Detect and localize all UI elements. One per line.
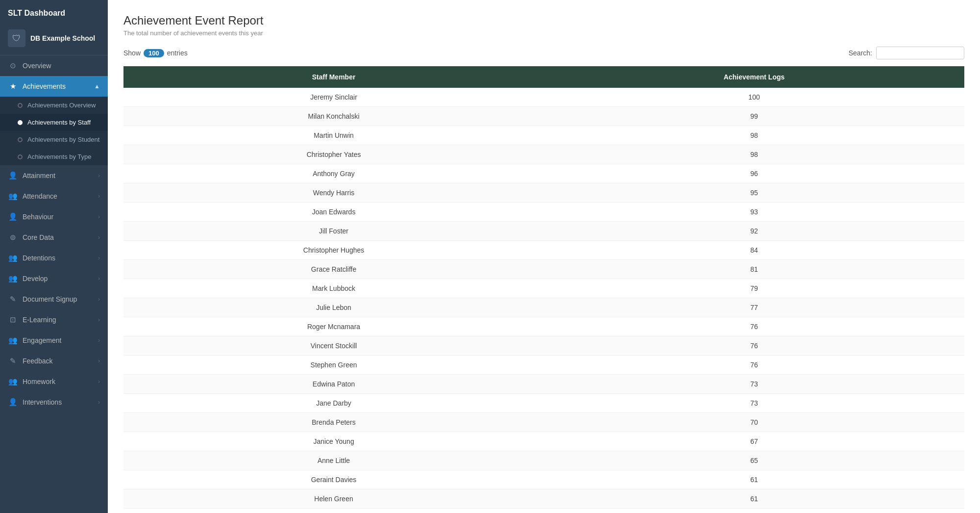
table-row: Christopher Hughes84 (123, 241, 964, 260)
cell-staff-name: Jeremy Sinclair (123, 88, 544, 107)
table-row: Wendy Harris95 (123, 183, 964, 203)
sidebar-label-homework: Homework (23, 378, 55, 385)
sidebar-label-core-data: Core Data (23, 233, 54, 241)
main-content: Achievement Event Report The total numbe… (108, 0, 980, 513)
table-row: Jane Darby73 (123, 394, 964, 413)
sidebar-item-engagement[interactable]: 👥 Engagement › (0, 330, 108, 351)
develop-chevron: › (98, 275, 100, 282)
sidebar-item-attainment[interactable]: 👤 Attainment › (0, 165, 108, 186)
sidebar-item-homework[interactable]: 👥 Homework › (0, 371, 108, 392)
homework-icon: 👥 (8, 377, 18, 386)
cell-achievement-logs: 77 (544, 298, 964, 317)
table-row: Roger Mcnamara76 (123, 317, 964, 336)
detentions-icon: 👥 (8, 253, 18, 263)
cell-achievement-logs: 98 (544, 145, 964, 164)
subnav-achievements-overview[interactable]: Achievements Overview (0, 97, 108, 114)
sidebar-item-interventions[interactable]: 👤 Interventions › (0, 392, 108, 412)
subnav-label-overview: Achievements Overview (27, 102, 96, 109)
sidebar-item-behaviour[interactable]: 👤 Behaviour › (0, 206, 108, 227)
homework-chevron: › (98, 378, 100, 385)
cell-achievement-logs: 73 (544, 375, 964, 394)
cell-staff-name: Edwina Paton (123, 375, 544, 394)
sidebar-label-behaviour: Behaviour (23, 213, 53, 221)
table-row: Milan Konchalski99 (123, 107, 964, 126)
sidebar-label-document-signup: Document Signup (23, 295, 77, 303)
subnav-achievements-by-staff[interactable]: Achievements by Staff (0, 114, 108, 131)
cell-staff-name: Jill Foster (123, 222, 544, 241)
cell-staff-name: Brenda Peters (123, 413, 544, 432)
document-signup-chevron: › (98, 296, 100, 303)
table-row: Vincent Stockill76 (123, 336, 964, 356)
cell-achievement-logs: 73 (544, 394, 964, 413)
sidebar-item-feedback[interactable]: ✎ Feedback › (0, 351, 108, 371)
cell-staff-name: Geraint Davies (123, 470, 544, 489)
table-row: Janice Young67 (123, 432, 964, 451)
toolbar: Show 100 entries Search: (123, 47, 964, 59)
achievement-table: Staff Member Achievement Logs Jeremy Sin… (123, 66, 964, 513)
cell-achievement-logs: 60 (544, 509, 964, 513)
cell-achievement-logs: 99 (544, 107, 964, 126)
col-header-logs: Achievement Logs (544, 66, 964, 88)
sidebar-item-e-learning[interactable]: ⊡ E-Learning › (0, 309, 108, 330)
e-learning-icon: ⊡ (8, 315, 18, 325)
sidebar-label-overview: Overview (23, 62, 51, 70)
school-name: DB Example School (30, 34, 95, 42)
sidebar-item-overview[interactable]: ⊙ Overview (0, 55, 108, 76)
attendance-chevron: › (98, 193, 100, 200)
cell-staff-name: Anne Little (123, 451, 544, 470)
sidebar-label-achievements: Achievements (23, 82, 66, 90)
school-logo[interactable]: 🛡 DB Example School (0, 25, 108, 55)
table-row: Geraint Davies61 (123, 470, 964, 489)
subnav-label-by-student: Achievements by Student (27, 136, 99, 143)
sidebar-item-detentions[interactable]: 👥 Detentions › (0, 248, 108, 268)
document-signup-icon: ✎ (8, 294, 18, 304)
subnav-achievements-by-student[interactable]: Achievements by Student (0, 131, 108, 148)
sidebar-label-interventions: Interventions (23, 398, 62, 406)
cell-staff-name: Julie Lebon (123, 298, 544, 317)
overview-icon: ⊙ (8, 61, 18, 71)
feedback-icon: ✎ (8, 356, 18, 366)
table-row: Christopher Yates98 (123, 145, 964, 164)
sidebar-item-develop[interactable]: 👥 Develop › (0, 268, 108, 289)
cell-staff-name: Vincent Stockill (123, 336, 544, 356)
cell-achievement-logs: 79 (544, 279, 964, 298)
table-row: Martin Unwin98 (123, 126, 964, 145)
cell-staff-name: Milan Konchalski (123, 107, 544, 126)
cell-achievement-logs: 61 (544, 489, 964, 509)
engagement-chevron: › (98, 337, 100, 344)
attendance-icon: 👥 (8, 191, 18, 201)
page-title: Achievement Event Report (123, 14, 964, 27)
sidebar: SLT Dashboard 🛡 DB Example School ⊙ Over… (0, 0, 108, 513)
cell-achievement-logs: 67 (544, 432, 964, 451)
cell-staff-name: Delia Mumford (123, 509, 544, 513)
attainment-chevron: › (98, 172, 100, 179)
subnav-achievements-by-type[interactable]: Achievements by Type (0, 148, 108, 165)
table-row: Anthony Gray96 (123, 164, 964, 183)
table-row: Jill Foster92 (123, 222, 964, 241)
table-row: Stephen Green76 (123, 356, 964, 375)
sidebar-item-attendance[interactable]: 👥 Attendance › (0, 186, 108, 206)
develop-icon: 👥 (8, 274, 18, 283)
sidebar-label-feedback: Feedback (23, 357, 52, 365)
cell-achievement-logs: 95 (544, 183, 964, 203)
cell-achievement-logs: 84 (544, 241, 964, 260)
cell-staff-name: Wendy Harris (123, 183, 544, 203)
cell-staff-name: Martin Unwin (123, 126, 544, 145)
search-input[interactable] (876, 47, 964, 59)
cell-staff-name: Roger Mcnamara (123, 317, 544, 336)
subnav-label-by-type: Achievements by Type (27, 153, 92, 160)
sidebar-item-core-data[interactable]: ⊚ Core Data › (0, 227, 108, 248)
sidebar-item-achievements[interactable]: ★ Achievements ▲ (0, 76, 108, 97)
sidebar-item-document-signup[interactable]: ✎ Document Signup › (0, 289, 108, 309)
cell-achievement-logs: 93 (544, 203, 964, 222)
sidebar-label-develop: Develop (23, 275, 48, 282)
cell-staff-name: Christopher Yates (123, 145, 544, 164)
search-label: Search: (849, 49, 872, 57)
cell-staff-name: Jane Darby (123, 394, 544, 413)
table-row: Edwina Paton73 (123, 375, 964, 394)
table-row: Mark Lubbock79 (123, 279, 964, 298)
subnav-dot-overview (18, 103, 23, 108)
core-data-chevron: › (98, 234, 100, 241)
cell-staff-name: Christopher Hughes (123, 241, 544, 260)
toolbar-right: Search: (849, 47, 964, 59)
